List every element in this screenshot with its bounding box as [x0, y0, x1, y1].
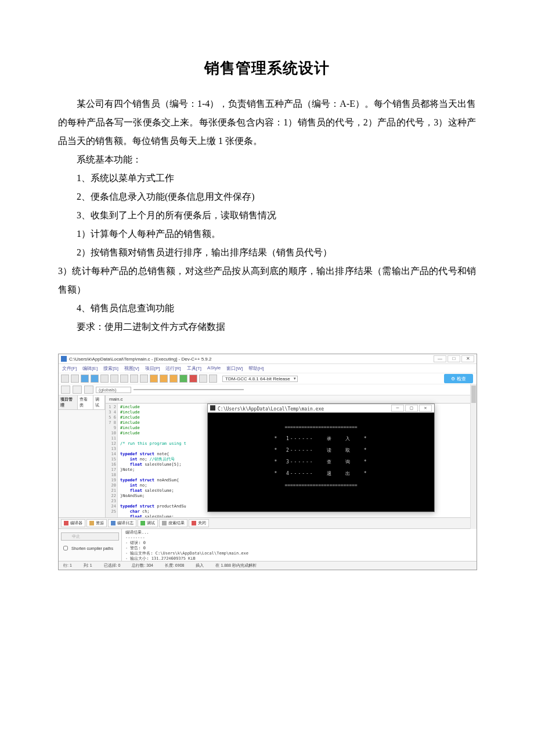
- status-parse: 在 1.888 秒内完成解析: [215, 563, 256, 568]
- console-title-text: C:\Users\k\AppData\Local\Temp\main.exe: [218, 406, 324, 412]
- nav-toolbar: (globals): [59, 384, 477, 395]
- shorten-paths-checkbox[interactable]: Shorten compiler paths: [61, 544, 119, 552]
- doc-body: 某公司有四个销售员（编号：1-4），负责销售五种产品（编号：A-E）。每个销售员…: [58, 95, 476, 336]
- inspect-badge[interactable]: ⚙ 检查: [444, 374, 473, 383]
- status-line: 行: 1: [63, 563, 72, 568]
- para: 某公司有四个销售员（编号：1-4），负责销售五种产品（编号：A-E）。每个销售员…: [58, 95, 476, 150]
- para: 4、销售员信息查询功能: [58, 299, 476, 318]
- doc-title: 销售管理系统设计: [58, 58, 476, 78]
- menu-item[interactable]: 项目[P]: [145, 365, 160, 372]
- sidebar: 项目管理 查看类 调试: [59, 395, 106, 517]
- para: 1）计算每个人每种产品的销售额。: [58, 225, 476, 243]
- tab-search[interactable]: 搜索结果: [159, 519, 187, 527]
- bookmark-icon[interactable]: [84, 386, 93, 394]
- close-button[interactable]: ✕: [461, 355, 474, 362]
- abort-button[interactable]: 中止: [61, 532, 119, 541]
- new-file-icon[interactable]: [61, 375, 69, 383]
- compile-icon[interactable]: [150, 375, 158, 383]
- symbol-dropdown[interactable]: [134, 389, 244, 390]
- tab-compiler[interactable]: 编译器: [61, 519, 85, 527]
- menu-item[interactable]: AStyle: [207, 365, 221, 372]
- tab-compilelog[interactable]: 编译日志: [108, 519, 136, 527]
- app-icon: [61, 356, 67, 362]
- menu-item[interactable]: 工具[T]: [187, 365, 201, 372]
- menu-item[interactable]: 帮助[H]: [248, 365, 264, 372]
- menu-bar: 文件[F] 编辑[E] 搜索[S] 视图[V] 项目[P] 运行[R] 工具[T…: [59, 364, 477, 373]
- compile-run-icon[interactable]: [169, 375, 178, 383]
- print-icon[interactable]: [100, 375, 109, 383]
- stop-icon[interactable]: [189, 375, 197, 383]
- save-icon[interactable]: [81, 375, 89, 383]
- tab-close[interactable]: 关闭: [189, 519, 209, 527]
- vertical-scrollbar[interactable]: [470, 384, 477, 529]
- status-len: 长度: 6908: [165, 563, 184, 568]
- status-bar: 行: 1 列: 1 已选择: 0 总行数: 304 长度: 6908 插入 在 …: [59, 561, 477, 570]
- minimize-button[interactable]: —: [434, 355, 446, 362]
- line-gutter: 1 2 3 4 5 6 7 8 9 10 11 12 13 14 15 16 1…: [106, 404, 118, 517]
- inspect-icon: ⚙: [451, 376, 455, 381]
- menu-item[interactable]: 运行[R]: [165, 365, 181, 372]
- forward-icon[interactable]: [73, 386, 82, 394]
- console-close-button[interactable]: ✕: [419, 405, 432, 412]
- globals-dropdown[interactable]: (globals): [96, 387, 131, 393]
- status-col: 列: 1: [84, 563, 92, 568]
- trash-icon[interactable]: [209, 375, 217, 383]
- menu-item[interactable]: 文件[F]: [62, 365, 77, 372]
- find-icon[interactable]: [130, 375, 138, 383]
- compile-log: 编译结果... -------- - 错误: 0 - 警告: 0 - 输出文件名…: [122, 529, 477, 561]
- para: 3）统计每种产品的总销售额，对这些产品按从高到底的顺序，输出排序结果（需输出产品…: [58, 262, 476, 299]
- bottom-tabs: 编译器 资源 编译日志 调试 搜索结果 关闭: [59, 517, 477, 528]
- menu-item[interactable]: 编辑[E]: [82, 365, 98, 372]
- ide-screenshot: C:\Users\k\AppData\Local\Temp\main.c - […: [58, 354, 477, 570]
- maximize-button[interactable]: □: [448, 355, 460, 362]
- para: 系统基本功能：: [58, 150, 476, 169]
- window-title: C:\Users\k\AppData\Local\Temp\main.c - […: [69, 357, 211, 362]
- status-mode: 插入: [196, 563, 204, 568]
- toolbar: TDM-GCC 4.8.1 64-bit Release: [59, 373, 477, 384]
- para: 3、收集到了上个月的所有便条后，读取销售情况: [58, 206, 476, 225]
- undo-icon[interactable]: [110, 375, 118, 383]
- tab-debug[interactable]: 调试: [138, 519, 158, 527]
- console-output: ========================== * 1------录入* …: [208, 413, 434, 500]
- para: 要求：使用二进制文件方式存储数据: [58, 318, 476, 336]
- replace-icon[interactable]: [140, 375, 148, 383]
- open-file-icon[interactable]: [71, 375, 79, 383]
- console-minimize-button[interactable]: —: [391, 405, 404, 412]
- tab-resources[interactable]: 资源: [86, 519, 107, 527]
- side-tab-project[interactable]: 项目管理: [59, 395, 78, 409]
- exe-icon: [210, 405, 215, 411]
- menu-item[interactable]: 搜索[S]: [103, 365, 118, 372]
- compiler-dropdown[interactable]: TDM-GCC 4.8.1 64-bit Release: [222, 376, 298, 382]
- side-tab-classes[interactable]: 查看类: [78, 395, 93, 409]
- profile-icon[interactable]: [199, 375, 207, 383]
- run-icon[interactable]: [160, 375, 168, 383]
- redo-icon[interactable]: [120, 375, 128, 383]
- menu-item[interactable]: 视图[V]: [124, 365, 139, 372]
- saveall-icon[interactable]: [91, 375, 99, 383]
- side-tab-debug[interactable]: 调试: [93, 395, 105, 409]
- status-sel: 已选择: 0: [104, 563, 121, 568]
- menu-item[interactable]: 窗口[W]: [226, 365, 243, 372]
- console-window: C:\Users\k\AppData\Local\Temp\main.exe —…: [207, 404, 435, 512]
- output-panel: 中止 Shorten compiler paths 编译结果... ------…: [59, 528, 477, 561]
- console-titlebar: C:\Users\k\AppData\Local\Temp\main.exe —…: [208, 404, 434, 413]
- status-total: 总行数: 304: [132, 563, 153, 568]
- file-tab[interactable]: main.c: [106, 395, 477, 404]
- para: 1、系统以菜单方式工作: [58, 169, 476, 188]
- para: 2）按销售额对销售员进行排序，输出排序结果（销售员代号）: [58, 243, 476, 262]
- para: 2、便条信息录入功能(便条信息用文件保存): [58, 188, 476, 206]
- console-maximize-button[interactable]: □: [405, 405, 418, 412]
- window-titlebar: C:\Users\k\AppData\Local\Temp\main.c - […: [59, 354, 477, 364]
- debug-icon[interactable]: [179, 375, 187, 383]
- back-icon[interactable]: [61, 386, 70, 394]
